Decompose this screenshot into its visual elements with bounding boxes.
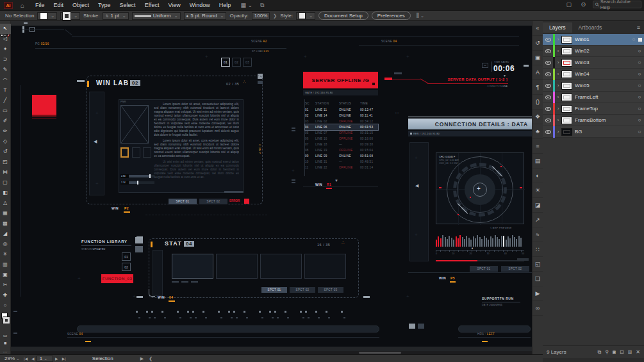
menu-edit[interactable]: Edit: [49, 2, 69, 8]
function-03-button[interactable]: FUNCTION_03: [101, 274, 133, 283]
gradient-panel-icon[interactable]: ☀: [533, 183, 543, 198]
document-setup-button[interactable]: Document Setup: [318, 12, 368, 20]
server-row[interactable]: 04LINE 06ONLINE00:41:53: [305, 124, 378, 130]
opacity-options-icon[interactable]: ❯: [273, 13, 277, 19]
preferences-button[interactable]: Preferences: [372, 12, 411, 20]
menu-object[interactable]: Object: [68, 2, 94, 8]
pen-tool[interactable]: ✎: [0, 65, 11, 75]
slider-2[interactable]: 2.14: [120, 181, 154, 185]
brush-definition-select[interactable]: ●5 pt. Round: [184, 12, 227, 20]
visibility-toggle[interactable]: [543, 107, 553, 111]
expand-chevron-icon[interactable]: ›: [555, 117, 561, 123]
winlab-prev-arrow[interactable]: ◀: [94, 139, 97, 144]
layer-row-bg[interactable]: ›BG○: [543, 126, 644, 138]
color-panel-icon[interactable]: ◐: [533, 169, 543, 183]
window-tab-02[interactable]: 02: [232, 58, 241, 67]
last-artboard-icon[interactable]: ▶|: [60, 356, 68, 361]
draw-mode-icon[interactable]: ▭: [0, 332, 11, 340]
delete-layer-icon[interactable]: ✕: [636, 349, 640, 356]
status-options-icon[interactable]: ▶: [140, 356, 144, 361]
collect-for-export-icon[interactable]: ⧉: [597, 349, 601, 356]
server-row[interactable]: 10LINE 31—00:48:51: [305, 159, 378, 165]
visibility-toggle[interactable]: [543, 130, 553, 134]
stat-slot-1[interactable]: [172, 254, 213, 279]
panel-menu-icon[interactable]: ≡: [637, 24, 644, 31]
appearance-panel-icon[interactable]: ▤: [533, 154, 543, 169]
none-mode-icon[interactable]: [7, 34, 10, 37]
layer-name[interactable]: FrameLeft: [575, 94, 635, 100]
perspective-grid-tool[interactable]: △: [0, 198, 11, 208]
blend-tool[interactable]: ◎: [0, 239, 11, 249]
funclib-button-01[interactable]: 01: [122, 252, 131, 261]
arrange-documents-icon[interactable]: ▢: [563, 1, 574, 8]
panel-scrollbar[interactable]: [543, 358, 644, 362]
funclib-button-02[interactable]: 02: [122, 263, 131, 271]
share-document-icon[interactable]: ⧉: [258, 2, 267, 9]
visibility-toggle[interactable]: [543, 84, 553, 88]
expand-chevron-icon[interactable]: ›: [555, 94, 561, 100]
layer-name[interactable]: Win02: [575, 48, 635, 54]
expand-chevron-icon[interactable]: ›: [555, 129, 561, 135]
layer-thumbnail[interactable]: [561, 94, 572, 101]
gradient-mode-icon[interactable]: [4, 34, 6, 37]
properties-panel-icon[interactable]: ≈: [533, 227, 543, 242]
pathfinder-panel-icon[interactable]: ◱: [533, 257, 543, 272]
layer-name[interactable]: Win04: [575, 71, 635, 77]
layer-thumbnail[interactable]: [561, 117, 572, 124]
thumbnail-3[interactable]: [143, 147, 151, 158]
layer-row-win02[interactable]: ›Win02○: [543, 45, 644, 57]
zoom-tool[interactable]: ○: [0, 300, 11, 311]
stat-slot-4[interactable]: [304, 254, 346, 279]
new-layer-icon[interactable]: ⊞: [628, 349, 632, 356]
menu-view[interactable]: View: [163, 2, 185, 8]
curvature-tool[interactable]: ◠: [0, 75, 11, 85]
layer-thumbnail[interactable]: [561, 82, 572, 90]
locate-object-icon[interactable]: ⚲: [605, 349, 609, 356]
layer-name[interactable]: Win01: [575, 37, 629, 42]
selection-tool[interactable]: ↖: [0, 24, 11, 34]
server-row[interactable]: 11LINE 22OFFLINE00:01:14: [305, 165, 378, 170]
time-minus-button[interactable]: –: [482, 63, 488, 68]
free-transform-tool[interactable]: ▢: [0, 177, 11, 188]
home-icon[interactable]: ⌂: [21, 2, 24, 9]
target-circle-icon[interactable]: ○: [635, 83, 644, 88]
layer-thumbnail[interactable]: [561, 36, 572, 44]
layer-thumbnail[interactable]: [561, 70, 572, 78]
image-trace-panel-icon[interactable]: ❖: [533, 110, 543, 124]
spct-button-1[interactable]: SPCT 01: [261, 287, 287, 293]
expand-chevron-icon[interactable]: ›: [555, 37, 561, 42]
spct-button-3[interactable]: SPCT 03: [318, 287, 343, 293]
hand-tool[interactable]: ✚: [0, 290, 11, 300]
gradient-tool[interactable]: ▩: [0, 218, 11, 229]
glyphs-panel-icon[interactable]: (): [533, 95, 543, 110]
server-row[interactable]: 03LINE 02OFFLINE00:34:12: [305, 119, 378, 124]
actions-panel-icon[interactable]: ▶: [533, 286, 543, 301]
opacity-field[interactable]: 100%: [252, 12, 270, 20]
server-row[interactable]: 05LINE 07OFFLINE00:31:15: [305, 130, 378, 136]
edit-toolbar-icon[interactable]: …: [0, 347, 11, 354]
lightbulb-icon[interactable]: ʘ: [579, 1, 588, 8]
character-panel-icon[interactable]: A: [533, 65, 543, 80]
server-expand-arrow[interactable]: ▼: [334, 179, 338, 183]
transparency-panel-icon[interactable]: ◪: [533, 198, 543, 213]
expand-chevron-icon[interactable]: ›: [555, 60, 561, 65]
thumbnail-1[interactable]: [120, 147, 129, 158]
symbol-sprayer-tool[interactable]: ✳: [0, 249, 11, 259]
target-circle-icon[interactable]: ○: [635, 129, 644, 135]
collapse-panels-icon[interactable]: «: [533, 21, 543, 36]
eraser-tool[interactable]: ◇: [0, 136, 11, 147]
menu-select[interactable]: Select: [115, 2, 140, 8]
layer-row-frameleft[interactable]: ›FrameLeft○: [543, 92, 644, 103]
artboard-tool[interactable]: ▣: [0, 270, 11, 280]
menu-file[interactable]: File: [31, 2, 49, 8]
stroke-proxy[interactable]: [3, 317, 10, 324]
rotate-tool[interactable]: ↺: [0, 147, 11, 157]
stat-slot-2[interactable]: [216, 254, 258, 279]
expand-chevron-icon[interactable]: ›: [555, 83, 561, 88]
layer-name[interactable]: BG: [575, 129, 635, 135]
layer-name[interactable]: Win03: [575, 60, 635, 65]
stroke-weight-field[interactable]: ⇅1 pt: [103, 12, 128, 20]
workspace-switcher-icon[interactable]: ▦ ⌄: [238, 2, 255, 8]
layer-thumbnail[interactable]: [561, 128, 572, 136]
fill-color-picker[interactable]: [37, 12, 57, 20]
